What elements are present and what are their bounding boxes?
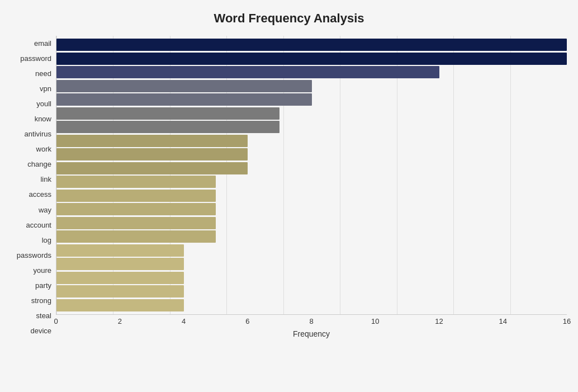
bar-row (56, 189, 567, 203)
bar (56, 80, 312, 92)
bar-row (56, 148, 567, 162)
bars-and-xaxis: 0246810121416 Frequency (56, 36, 567, 338)
x-ticks-row: 0246810121416 (56, 315, 567, 326)
x-tick: 6 (245, 317, 249, 325)
chart-container: Word Frequency Analysis emailpasswordnee… (0, 0, 578, 392)
bar (56, 190, 216, 202)
y-label: log (11, 233, 51, 248)
bar-row (56, 257, 567, 271)
y-label: work (11, 141, 51, 157)
y-label: change (11, 157, 51, 172)
x-tick: 4 (182, 317, 186, 325)
x-axis-label: Frequency (56, 329, 567, 338)
y-label: email (11, 36, 51, 51)
bar (56, 121, 279, 133)
y-label: password (11, 51, 51, 66)
bar (56, 272, 184, 284)
y-label: party (11, 278, 51, 293)
y-label: antivirus (11, 126, 51, 141)
y-label: steal (11, 308, 51, 323)
x-tick: 2 (118, 317, 122, 325)
x-tick: 12 (435, 317, 443, 325)
y-label: strong (11, 293, 51, 308)
bar (56, 244, 184, 257)
bar (56, 53, 567, 65)
bar-row (56, 244, 567, 258)
bar-row (56, 230, 567, 244)
bar (56, 299, 184, 311)
bar-row (56, 162, 567, 176)
y-label: device (11, 323, 51, 338)
bar-row (56, 65, 567, 79)
bars-wrapper (56, 36, 567, 314)
bar-row (56, 93, 567, 107)
bar (56, 93, 312, 106)
bar-row (56, 107, 567, 121)
bar-row (56, 79, 567, 93)
y-label: link (11, 172, 51, 187)
bar (56, 285, 184, 297)
y-label: youre (11, 263, 51, 278)
bar-row (56, 216, 567, 230)
y-label: access (11, 187, 51, 202)
bar (56, 66, 439, 78)
bar-row (56, 175, 567, 189)
bar (56, 230, 216, 243)
y-label: know (11, 111, 51, 126)
bar-row (56, 285, 567, 299)
bar (56, 162, 248, 174)
bar-row (56, 271, 567, 285)
y-label: passwords (11, 248, 51, 263)
bar-row (56, 52, 567, 66)
bar-row (56, 202, 567, 216)
bar (56, 148, 248, 160)
bar (56, 39, 567, 51)
y-label: need (11, 66, 51, 81)
x-tick: 8 (309, 317, 313, 325)
bar (56, 217, 216, 229)
bar (56, 135, 248, 147)
y-label: youll (11, 96, 51, 111)
bar (56, 203, 216, 215)
bar (56, 176, 216, 188)
y-label: way (11, 202, 51, 218)
x-tick: 0 (54, 317, 58, 325)
y-labels: emailpasswordneedvpnyoullknowantiviruswo… (11, 36, 56, 338)
bar-row (56, 299, 567, 313)
chart-title: Word Frequency Analysis (11, 11, 567, 26)
y-label: vpn (11, 81, 51, 96)
bar-row (56, 134, 567, 148)
bar-row (56, 38, 567, 52)
bar (56, 107, 279, 120)
chart-area: emailpasswordneedvpnyoullknowantiviruswo… (11, 36, 567, 338)
bar (56, 258, 184, 270)
x-tick: 14 (499, 317, 507, 325)
bars-section (56, 36, 567, 315)
x-tick: 16 (563, 317, 571, 325)
x-tick: 10 (371, 317, 379, 325)
bar-row (56, 120, 567, 134)
y-label: account (11, 218, 51, 233)
